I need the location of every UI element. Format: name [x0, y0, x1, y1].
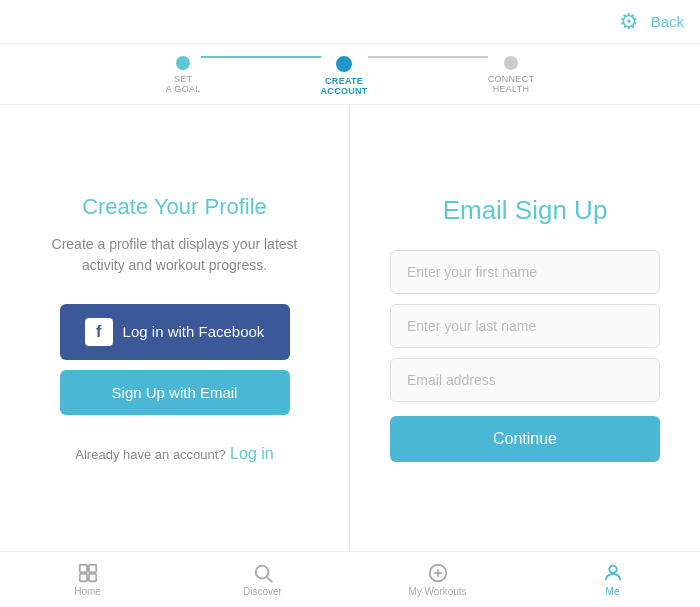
- progress-bar: SETA GOAL CREATEACCOUNT CONNECTHEALTH: [0, 44, 700, 105]
- step-line-2: [368, 56, 488, 58]
- svg-line-5: [267, 577, 272, 582]
- nav-item-home[interactable]: Home: [0, 552, 175, 607]
- nav-item-me[interactable]: Me: [525, 552, 700, 607]
- bottom-nav: Home Discover My Workouts Me: [0, 551, 700, 607]
- nav-item-workouts[interactable]: My Workouts: [350, 552, 525, 607]
- last-name-input[interactable]: [390, 304, 660, 348]
- person-icon: [602, 562, 624, 584]
- facebook-icon: f: [85, 318, 113, 346]
- continue-button[interactable]: Continue: [390, 416, 660, 462]
- step-label-set-goal: SETA GOAL: [166, 74, 201, 94]
- main-content: Create Your Profile Create a profile tha…: [0, 105, 700, 551]
- email-btn-label: Sign Up with Email: [112, 384, 238, 401]
- email-signup-button[interactable]: Sign Up with Email: [60, 370, 290, 415]
- step-circle-connect-health: [504, 56, 518, 70]
- svg-rect-2: [79, 574, 86, 581]
- step-create-account: CREATEACCOUNT: [321, 56, 368, 96]
- plus-circle-icon: [427, 562, 449, 584]
- already-text: Already have an account?: [75, 447, 225, 462]
- svg-rect-0: [79, 565, 86, 572]
- svg-rect-1: [88, 565, 95, 572]
- svg-rect-3: [88, 574, 95, 581]
- svg-point-9: [609, 566, 616, 573]
- login-link[interactable]: Log in: [230, 445, 274, 462]
- nav-item-discover[interactable]: Discover: [175, 552, 350, 607]
- nav-label-workouts: My Workouts: [408, 586, 466, 597]
- facebook-btn-label: Log in with Facebook: [123, 323, 265, 340]
- home-icon: [77, 562, 99, 584]
- step-circle-set-goal: [176, 56, 190, 70]
- step-line-1: [201, 56, 321, 58]
- profile-title: Create Your Profile: [82, 194, 267, 220]
- facebook-login-button[interactable]: f Log in with Facebook: [60, 304, 290, 360]
- top-bar: ⚙ Back: [0, 0, 700, 44]
- nav-label-me: Me: [606, 586, 620, 597]
- nav-label-home: Home: [74, 586, 101, 597]
- back-button[interactable]: Back: [651, 13, 684, 30]
- email-input[interactable]: [390, 358, 660, 402]
- right-panel: Email Sign Up Continue: [350, 105, 700, 551]
- profile-description: Create a profile that displays your late…: [40, 234, 309, 276]
- step-connect-health: CONNECTHEALTH: [488, 56, 535, 94]
- already-account-text: Already have an account? Log in: [75, 445, 273, 463]
- email-signup-title: Email Sign Up: [443, 195, 608, 226]
- search-icon: [252, 562, 274, 584]
- left-panel: Create Your Profile Create a profile tha…: [0, 105, 350, 551]
- step-label-create-account: CREATEACCOUNT: [321, 76, 368, 96]
- first-name-input[interactable]: [390, 250, 660, 294]
- step-circle-create-account: [336, 56, 352, 72]
- gear-icon[interactable]: ⚙: [619, 9, 639, 35]
- nav-label-discover: Discover: [243, 586, 282, 597]
- svg-point-4: [255, 566, 268, 579]
- continue-btn-label: Continue: [493, 430, 557, 447]
- step-set-goal: SETA GOAL: [166, 56, 201, 94]
- step-label-connect-health: CONNECTHEALTH: [488, 74, 535, 94]
